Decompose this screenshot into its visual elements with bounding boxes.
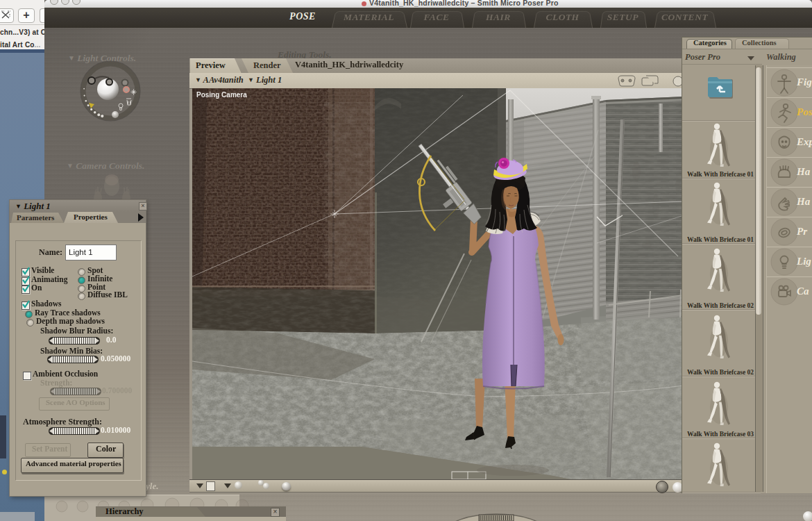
svg-text:Posing Camera: Posing Camera [196,91,247,99]
